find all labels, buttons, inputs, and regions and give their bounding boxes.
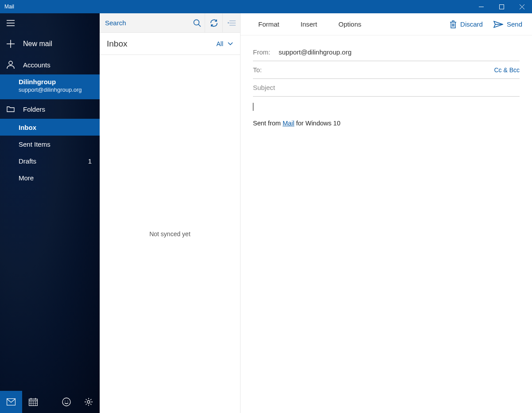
svg-point-21: [67, 401, 68, 401]
signature-pre: Sent from: [253, 120, 283, 127]
empty-state-text: Not synced yet: [149, 230, 190, 238]
message-list-toolbar: [100, 13, 240, 33]
folder-label: Drafts: [19, 157, 36, 165]
send-icon: [493, 21, 503, 28]
message-list-body: Not synced yet: [100, 55, 240, 413]
sync-button[interactable]: [205, 13, 222, 33]
svg-rect-28: [228, 22, 229, 23]
cc-bcc-button[interactable]: Cc & Bcc: [494, 66, 520, 74]
folder-icon: [7, 106, 15, 112]
plus-icon: [7, 40, 15, 48]
account-name: Dilinhgroup: [19, 78, 93, 86]
hamburger-icon: [7, 20, 15, 26]
text-cursor: [253, 103, 253, 111]
trash-icon: [450, 20, 457, 28]
smiley-icon: [62, 397, 71, 406]
multiselect-icon: [228, 20, 236, 26]
settings-button[interactable]: [78, 391, 100, 413]
accounts-header[interactable]: Accounts: [0, 55, 100, 74]
chevron-down-icon: [228, 42, 233, 46]
hamburger-button[interactable]: [6, 20, 15, 26]
folder-drafts[interactable]: Drafts 1: [0, 152, 100, 169]
compose-pane: Format Insert Options Discard: [241, 13, 532, 413]
from-row[interactable]: From: support@dilinhgroup.org: [253, 43, 520, 61]
svg-point-19: [62, 398, 70, 406]
from-value: support@dilinhgroup.org: [279, 48, 352, 56]
subject-row: [253, 79, 520, 97]
folder-count: 1: [88, 157, 92, 165]
calendar-icon: [29, 398, 38, 406]
person-icon: [7, 61, 15, 69]
svg-point-22: [87, 401, 90, 403]
subject-input[interactable]: [253, 84, 520, 91]
filter-label: All: [216, 40, 223, 47]
folder-label: Inbox: [19, 124, 36, 131]
signature-post: for Windows 10: [294, 120, 340, 127]
signature: Sent from Mail for Windows 10: [253, 120, 520, 127]
svg-point-20: [65, 401, 66, 401]
feedback-button[interactable]: [55, 391, 78, 413]
folder-sent[interactable]: Sent Items: [0, 136, 100, 152]
folder-label: Sent Items: [19, 140, 50, 148]
window-titlebar: Mail: [0, 0, 532, 13]
svg-point-23: [194, 19, 199, 25]
account-email: support@dilinhgroup.org: [19, 86, 93, 93]
new-mail-button[interactable]: New mail: [0, 33, 100, 55]
folder-inbox[interactable]: Inbox: [0, 119, 100, 136]
send-label: Send: [507, 20, 522, 28]
window-title: Mail: [0, 4, 14, 10]
refresh-icon: [210, 19, 218, 27]
calendar-app-button[interactable]: [22, 391, 44, 413]
sidebar: New mail Accounts Dilinhgroup support@di…: [0, 13, 100, 413]
search-input[interactable]: [105, 19, 193, 27]
signature-link[interactable]: Mail: [283, 120, 295, 127]
mail-app-button[interactable]: [0, 391, 22, 413]
send-button[interactable]: Send: [491, 20, 525, 28]
from-label: From:: [253, 48, 274, 56]
search-icon[interactable]: [193, 19, 201, 27]
sidebar-bottom-bar: [0, 391, 100, 413]
select-mode-button[interactable]: [222, 13, 240, 33]
to-row: To: Cc & Bcc: [253, 61, 520, 79]
folder-more[interactable]: More: [0, 169, 100, 186]
message-list-pane: Inbox All Not synced yet: [100, 13, 241, 413]
tab-format[interactable]: Format: [241, 13, 287, 35]
discard-label: Discard: [460, 20, 483, 28]
account-item[interactable]: Dilinhgroup support@dilinhgroup.org: [0, 74, 100, 99]
to-input[interactable]: [279, 66, 489, 74]
to-label: To:: [253, 66, 274, 74]
close-button[interactable]: [512, 0, 532, 13]
maximize-icon: [499, 4, 504, 9]
tab-options[interactable]: Options: [330, 13, 369, 35]
new-mail-label: New mail: [23, 40, 52, 48]
filter-dropdown[interactable]: All: [216, 40, 233, 47]
accounts-label: Accounts: [23, 61, 50, 69]
compose-body[interactable]: Sent from Mail for Windows 10: [241, 97, 532, 133]
svg-point-9: [9, 61, 12, 65]
message-list-header: Inbox All: [100, 33, 240, 55]
gear-icon: [84, 397, 93, 406]
compose-toolbar: Format Insert Options Discard: [241, 13, 532, 35]
minimize-button[interactable]: [471, 0, 491, 13]
discard-button[interactable]: Discard: [447, 20, 485, 28]
maximize-button[interactable]: [491, 0, 512, 13]
svg-line-24: [198, 24, 201, 27]
minimize-icon: [479, 4, 484, 9]
list-title: Inbox: [107, 39, 127, 49]
folders-label: Folders: [23, 105, 45, 113]
mail-icon: [7, 398, 16, 405]
folders-header[interactable]: Folders: [0, 99, 100, 119]
close-icon: [520, 4, 524, 9]
tab-insert[interactable]: Insert: [293, 13, 326, 35]
folder-label: More: [19, 174, 34, 182]
svg-rect-1: [499, 4, 504, 9]
